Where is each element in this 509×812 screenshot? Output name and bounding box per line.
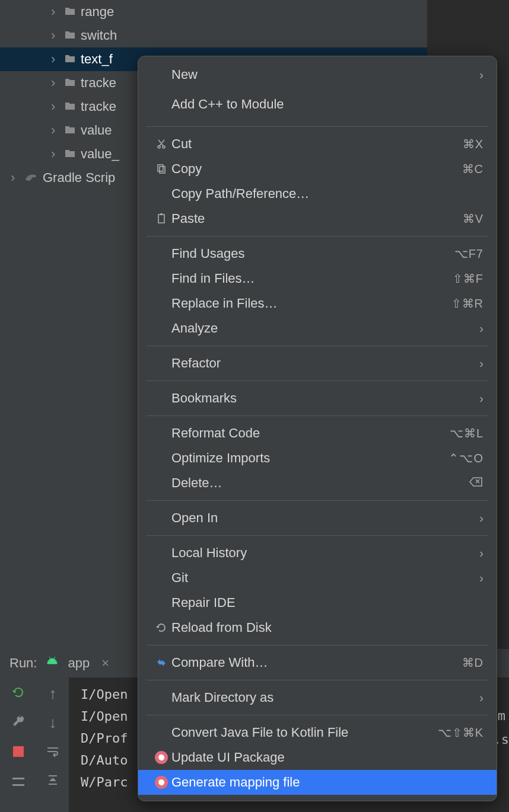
ctx-replace-in-files[interactable]: Replace in Files… ⇧⌘R <box>138 291 497 316</box>
ctx-compare-with[interactable]: Compare With… ⌘D <box>138 650 497 675</box>
tree-label: Gradle Scrip <box>43 170 115 186</box>
ctx-mark-directory[interactable]: Mark Directory as › <box>138 685 497 710</box>
ctx-find-usages[interactable]: Find Usages ⌥F7 <box>138 241 497 266</box>
chevron-right-icon: › <box>51 99 59 114</box>
stop-icon[interactable] <box>13 743 24 761</box>
copy-icon <box>151 163 171 175</box>
svg-rect-1 <box>12 778 24 779</box>
close-icon[interactable]: × <box>101 656 109 671</box>
console-fragment: m <box>498 708 505 723</box>
ctx-label: Replace in Files… <box>171 296 451 311</box>
shortcut: ⌃⌥O <box>448 451 483 465</box>
delete-key-icon <box>469 477 483 490</box>
tree-label: value_ <box>81 146 119 162</box>
ctx-copy-path[interactable]: Copy Path/Reference… <box>138 181 497 206</box>
arrow-up-icon[interactable]: ↑ <box>49 685 57 703</box>
ctx-repair-ide[interactable]: Repair IDE <box>138 590 497 615</box>
relay-icon <box>151 751 171 764</box>
ctx-bookmarks[interactable]: Bookmarks › <box>138 386 497 411</box>
tree-label: text_f <box>81 52 113 67</box>
ctx-label: Local History <box>171 545 479 561</box>
separator <box>147 645 488 645</box>
ctx-cut[interactable]: Cut ⌘X <box>138 132 497 156</box>
cut-icon <box>151 138 171 150</box>
ctx-label: Delete… <box>171 475 469 491</box>
ctx-label: Git <box>171 570 479 586</box>
separator <box>147 715 488 715</box>
reload-icon <box>151 622 171 634</box>
scroll-to-end-icon[interactable] <box>46 772 59 790</box>
svg-rect-2 <box>12 784 24 786</box>
svg-rect-5 <box>158 215 164 223</box>
relay-icon <box>151 776 171 789</box>
folder-icon <box>64 28 76 43</box>
chevron-right-icon: › <box>479 571 483 585</box>
ctx-optimize-imports[interactable]: Optimize Imports ⌃⌥O <box>138 446 497 471</box>
context-menu: New › Add C++ to Module Cut ⌘X Copy ⌘C C… <box>138 56 497 801</box>
chevron-right-icon: › <box>11 170 19 186</box>
ctx-label: Refactor <box>171 356 479 371</box>
run-tab-app[interactable]: app <box>68 656 90 671</box>
wrench-icon[interactable] <box>12 714 25 732</box>
ctx-label: Paste <box>171 211 463 226</box>
ctx-reformat[interactable]: Reformat Code ⌥⌘L <box>138 421 497 446</box>
svg-rect-3 <box>158 165 163 171</box>
folder-icon <box>64 4 76 20</box>
ctx-label: Optimize Imports <box>171 450 448 466</box>
separator <box>147 236 488 236</box>
svg-rect-6 <box>160 213 163 215</box>
wrap-icon[interactable] <box>46 743 59 761</box>
ctx-paste[interactable]: Paste ⌘V <box>138 206 497 231</box>
tree-item-range[interactable]: › range <box>0 0 427 24</box>
svg-rect-0 <box>13 746 24 757</box>
tree-item-switch[interactable]: › switch <box>0 24 427 47</box>
folder-icon <box>64 52 76 67</box>
ctx-add-cpp[interactable]: Add C++ to Module <box>138 87 497 122</box>
ctx-refactor[interactable]: Refactor › <box>138 351 497 376</box>
run-tool-column-left <box>0 677 37 812</box>
ctx-label: Analyze <box>171 321 479 336</box>
separator <box>147 126 488 127</box>
layout-icon[interactable] <box>12 772 24 790</box>
ctx-delete[interactable]: Delete… <box>138 471 497 495</box>
ctx-label: Copy Path/Reference… <box>171 186 483 202</box>
run-label: Run: <box>9 656 37 671</box>
chevron-right-icon: › <box>479 68 483 82</box>
separator <box>147 500 488 501</box>
folder-icon <box>64 75 76 91</box>
ctx-git[interactable]: Git › <box>138 565 497 590</box>
ctx-reload-disk[interactable]: Reload from Disk <box>138 615 497 640</box>
ctx-label: Generate mapping file <box>171 775 483 790</box>
chevron-right-icon: › <box>51 52 59 67</box>
shortcut: ⌘V <box>463 212 483 226</box>
tree-label: range <box>81 4 114 20</box>
chevron-right-icon: › <box>51 123 59 138</box>
folder-icon <box>64 99 76 114</box>
ctx-new[interactable]: New › <box>138 62 497 87</box>
ctx-convert-kotlin[interactable]: Convert Java File to Kotlin File ⌥⇧⌘K <box>138 720 497 745</box>
separator <box>147 680 488 680</box>
ctx-find-in-files[interactable]: Find in Files… ⇧⌘F <box>138 266 497 291</box>
shortcut: ⇧⌘R <box>451 296 483 311</box>
chevron-right-icon: › <box>479 546 483 560</box>
ctx-update-ui-package[interactable]: Update UI Package <box>138 745 497 770</box>
ctx-open-in[interactable]: Open In › <box>138 506 497 530</box>
ctx-copy[interactable]: Copy ⌘C <box>138 156 497 181</box>
android-icon <box>45 656 59 671</box>
arrow-down-icon[interactable]: ↓ <box>49 714 57 732</box>
gradle-icon <box>24 170 38 186</box>
ctx-label: Find Usages <box>171 246 454 261</box>
ctx-label: Compare With… <box>171 655 462 670</box>
svg-rect-4 <box>160 167 165 173</box>
chevron-right-icon: › <box>479 691 483 705</box>
ctx-label: Bookmarks <box>171 391 479 406</box>
chevron-right-icon: › <box>479 322 483 335</box>
rerun-icon[interactable] <box>12 685 25 703</box>
separator <box>147 535 488 536</box>
ctx-generate-mapping[interactable]: Generate mapping file <box>138 770 497 795</box>
tree-label: value <box>81 123 112 138</box>
ctx-local-history[interactable]: Local History › <box>138 541 497 565</box>
ctx-label: Find in Files… <box>171 271 453 286</box>
ctx-analyze[interactable]: Analyze › <box>138 316 497 341</box>
separator <box>147 346 488 346</box>
